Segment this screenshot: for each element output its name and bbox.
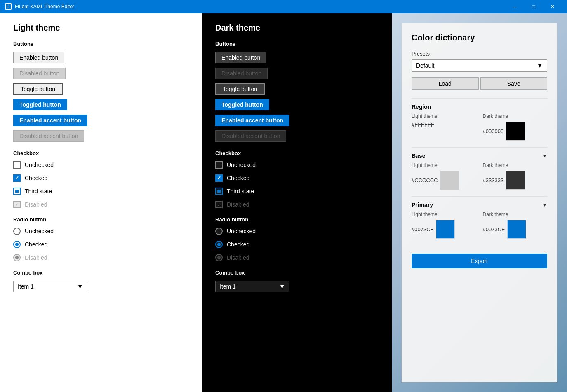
light-radio-label: Radio button [13,216,189,223]
close-button[interactable]: ✕ [543,0,562,13]
light-radio-unchecked-row: Unchecked [13,228,189,235]
light-combo-value: Item 1 [18,283,34,290]
light-radio-unchecked[interactable] [13,228,21,235]
region-dark-color-row: #000000 [483,122,548,141]
light-accent-enabled-button[interactable]: Enabled accent button [13,115,87,126]
dark-checkbox-unchecked[interactable] [215,161,223,169]
dark-toggled-button[interactable]: Toggled button [215,99,269,110]
save-button[interactable]: Save [480,77,548,90]
dark-accent-enabled-button[interactable]: Enabled accent button [215,115,289,126]
divider-3 [412,196,547,197]
base-light-swatch[interactable] [440,171,459,190]
presets-label: Presets [412,51,547,57]
dark-checkbox-unchecked-label: Unchecked [227,162,256,168]
dark-third-state-icon [217,190,221,193]
color-dictionary-panel: Color dictionary Presets Default ▼ Load … [392,13,567,392]
base-dark-swatch[interactable] [506,171,525,190]
dark-combo-box[interactable]: Item 1 ▼ [215,281,289,292]
dark-checkbox-third[interactable] [215,188,223,195]
primary-light-label: Light theme [412,211,476,217]
light-toggled-button[interactable]: Toggled button [13,99,67,110]
dark-radio-unchecked[interactable] [215,228,223,235]
light-combo-label: Combo box [13,270,189,276]
radio-dot-icon [15,243,19,246]
light-toggle-button[interactable]: Toggle button [13,83,63,95]
dark-radio-checked[interactable] [215,241,223,248]
light-checkbox-checked[interactable]: ✓ [13,174,21,182]
dark-disabled-button: Disabled button [215,68,268,79]
dark-checkbox-checked-row: ✓ Checked [215,174,379,182]
region-light-label: Light theme [412,113,476,119]
dark-check-mark-icon: ✓ [217,175,221,181]
light-disabled-button: Disabled button [13,68,66,79]
disabled-check-icon: ✓ [15,202,19,207]
dark-radio-disabled-row: Disabled [215,254,379,261]
primary-light-swatch[interactable] [436,220,455,239]
light-checkbox-checked-row: ✓ Checked [13,174,189,182]
base-chevron-icon[interactable]: ▼ [542,153,547,159]
load-save-row: Load Save [412,77,547,90]
light-checkbox-label: Checkbox [13,150,189,156]
light-radio-checked[interactable] [13,241,21,248]
preset-select[interactable]: Default ▼ [412,59,547,72]
load-button[interactable]: Load [412,77,479,90]
preset-chevron-icon: ▼ [537,62,543,69]
maximize-button[interactable]: □ [524,0,543,13]
dark-combo-label: Combo box [215,270,379,276]
light-checkbox-third-row: Third state [13,188,189,195]
dark-checkbox-label: Checkbox [215,150,379,156]
region-title: Region [412,103,547,110]
base-theme-cols: Light theme #CCCCCC Dark theme #333333 [412,162,547,190]
light-theme-title: Light theme [13,23,189,33]
dark-checkbox-disabled: ✓ [215,201,223,208]
light-combo-box[interactable]: Item 1 ▼ [13,281,87,292]
base-dark-col: Dark theme #333333 [483,162,548,190]
dark-toggle-button[interactable]: Toggle button [215,83,265,95]
light-combo-chevron-icon: ▼ [77,283,83,290]
dark-checkbox-disabled-label: Disabled [227,201,249,208]
light-checkbox-disabled: ✓ [13,201,21,208]
region-dark-col: Dark theme #000000 [483,113,548,141]
minimize-button[interactable]: ─ [505,0,524,13]
title-bar-left: F Fluent XAML Theme Editor [5,3,74,10]
primary-dark-value: #0073CF [483,226,505,232]
base-light-color-row: #CCCCCC [412,171,476,190]
light-checkbox-third[interactable] [13,188,21,195]
region-light-color-row: #FFFFFF [412,122,476,128]
dark-accent-disabled-button: Disabled accent button [215,130,286,142]
dark-radio-dot-icon [217,243,221,246]
primary-dark-swatch[interactable] [507,220,526,239]
dark-checkbox-third-label: Third state [227,188,254,195]
light-checkbox-disabled-label: Disabled [25,201,47,208]
light-theme-panel: Light theme Buttons Enabled button Disab… [0,13,202,392]
export-button[interactable]: Export [412,254,547,268]
base-light-label: Light theme [412,162,476,168]
primary-header: Primary ▼ [412,202,547,208]
light-checkbox-unchecked[interactable] [13,161,21,169]
primary-title: Primary [412,202,433,208]
primary-chevron-icon[interactable]: ▼ [542,202,547,208]
light-radio-checked-label: Checked [25,241,47,248]
base-light-value: #CCCCCC [412,177,438,183]
preset-value: Default [416,62,434,69]
base-dark-label: Dark theme [483,162,548,168]
region-dark-value: #000000 [483,128,504,134]
dark-radio-disabled-label: Disabled [227,254,249,261]
main-window: Light theme Buttons Enabled button Disab… [0,13,567,392]
dark-enabled-button[interactable]: Enabled button [215,52,266,63]
app-title: Fluent XAML Theme Editor [15,4,74,9]
light-checkbox-unchecked-label: Unchecked [25,162,54,168]
dark-checkbox-unchecked-row: Unchecked [215,161,379,169]
app-icon: F [5,3,12,10]
region-theme-cols: Light theme #FFFFFF Dark theme #000000 [412,113,547,141]
light-radio-disabled-label: Disabled [25,254,47,261]
primary-light-col: Light theme #0073CF [412,211,476,239]
light-enabled-button[interactable]: Enabled button [13,52,64,63]
check-mark-icon: ✓ [15,175,19,181]
divider-2 [412,147,547,148]
region-dark-swatch[interactable] [506,122,525,141]
light-checkbox-checked-label: Checked [25,175,47,181]
light-radio-disabled-row: Disabled [13,254,189,261]
dark-checkbox-checked[interactable]: ✓ [215,174,223,182]
dark-radio-unchecked-row: Unchecked [215,228,379,235]
